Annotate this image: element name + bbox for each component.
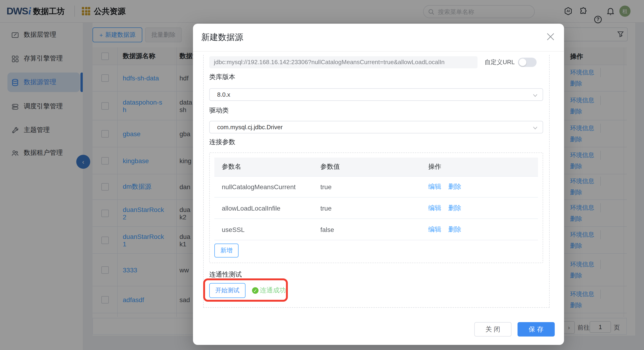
close-icon[interactable]: [546, 32, 555, 41]
add-param-button[interactable]: 新增: [214, 244, 238, 258]
param-row: allowLoadLocalInfile true 编辑删除: [214, 198, 538, 219]
app-root: DWSi 数据工坊 公共资源 AI ? 租 数据层: [0, 0, 644, 350]
param-value-header: 参数值: [320, 163, 428, 171]
param-ops-header: 操作: [428, 163, 538, 171]
connectivity-test-label: 连通性测试: [209, 271, 242, 279]
dialog-divider: [193, 51, 564, 52]
param-edit-link[interactable]: 编辑: [428, 183, 441, 191]
new-datasource-dialog: 新建数据源 jdbc:mysql://192.168.16.142:23306?…: [193, 24, 564, 345]
param-edit-link[interactable]: 编辑: [428, 225, 441, 234]
param-delete-link[interactable]: 删除: [448, 204, 461, 212]
param-row: useSSL false 编辑删除: [214, 219, 538, 240]
save-button[interactable]: 保 存: [518, 322, 555, 337]
params-label: 连接参数: [209, 138, 235, 146]
driver-select[interactable]: com.mysql.cj.jdbc.Driver: [209, 121, 543, 133]
params-header-row: 参数名 参数值 操作: [214, 158, 538, 177]
param-row: nullCatalogMeansCurrent true 编辑删除: [214, 177, 538, 198]
param-delete-link[interactable]: 删除: [448, 183, 461, 191]
param-name-header: 参数名: [214, 163, 320, 171]
close-button[interactable]: 关 闭: [474, 322, 512, 337]
chevron-down-icon: [532, 92, 538, 98]
toggle-knob: [519, 58, 526, 66]
jdbc-url-field: jdbc:mysql://192.168.16.142:23306?nullCa…: [209, 56, 478, 68]
param-delete-link[interactable]: 删除: [448, 225, 461, 234]
chevron-down-icon: [532, 125, 538, 131]
param-edit-link[interactable]: 编辑: [428, 204, 441, 212]
driver-label: 驱动类: [209, 106, 229, 115]
check-circle-icon: ✓: [252, 287, 258, 294]
test-result: ✓ 连通成功: [252, 283, 286, 298]
lib-version-select[interactable]: 8.0.x: [209, 88, 543, 101]
custom-url-toggle[interactable]: [518, 58, 536, 67]
start-test-button[interactable]: 开始测试: [209, 283, 246, 298]
params-table: 参数名 参数值 操作 nullCatalogMeansCurrent true …: [214, 158, 538, 240]
custom-url-label: 自定义URL: [484, 56, 515, 68]
lib-version-label: 类库版本: [209, 73, 235, 81]
test-success-text: 连通成功: [260, 286, 286, 295]
dialog-title: 新建数据源: [201, 32, 243, 43]
